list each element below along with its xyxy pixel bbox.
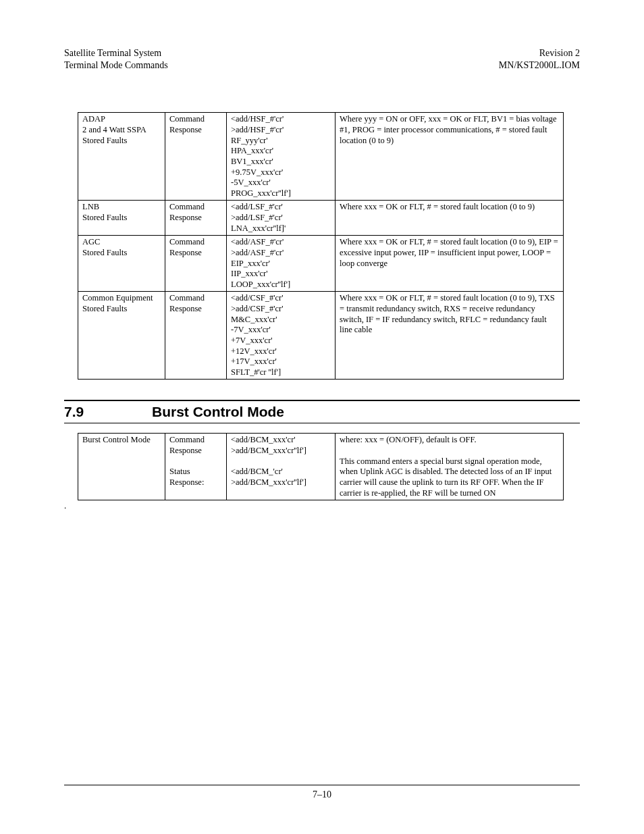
cell-syntax: <add/LSF_#'cr'>add/LSF_#'cr'LNA_xxx'cr''… xyxy=(227,201,336,236)
cell-desc: Where xxx = OK or FLT, # = stored fault … xyxy=(336,236,564,292)
page-header: Satellite Terminal System Revision 2 Ter… xyxy=(64,47,580,72)
table-row: Burst Control Mode CommandResponseStatus… xyxy=(78,434,564,500)
commands-table-1: ADAP2 and 4 Watt SSPAStored Faults Comma… xyxy=(78,112,564,380)
table-row: ADAP2 and 4 Watt SSPAStored Faults Comma… xyxy=(78,113,564,201)
cell-name: AGCStored Faults xyxy=(78,236,165,292)
header-right-2: MN/KST2000L.IOM xyxy=(499,59,580,72)
section-heading: 7.9Burst Control Mode xyxy=(64,400,580,423)
cell-syntax: <add/HSF_#'cr'>add/HSF_#'cr'RF_yyy'cr'HP… xyxy=(227,113,336,201)
section-number: 7.9 xyxy=(64,404,152,420)
cell-name: ADAP2 and 4 Watt SSPAStored Faults xyxy=(78,113,165,201)
cell-syntax: <add/ASF_#'cr'>add/ASF_#'cr'EIP_xxx'cr'I… xyxy=(227,236,336,292)
cell-type: CommandResponseStatusResponse: xyxy=(165,434,227,500)
page-number: 7–10 xyxy=(313,789,331,800)
cell-type: CommandResponse xyxy=(165,292,227,380)
cell-type: CommandResponse xyxy=(165,236,227,292)
cell-desc: Where xxx = OK or FLT, # = stored fault … xyxy=(336,292,564,380)
cell-syntax: <add/CSF_#'cr'>add/CSF_#'cr'M&C_xxx'cr'-… xyxy=(227,292,336,380)
header-left-1: Satellite Terminal System xyxy=(64,47,161,59)
cell-syntax: <add/BCM_xxx'cr'>add/BCM_xxx'cr''lf']<ad… xyxy=(227,434,336,500)
cell-name: Burst Control Mode xyxy=(78,434,165,500)
cell-type: CommandResponse xyxy=(165,113,227,201)
trailing-dot: . xyxy=(64,500,580,511)
cell-type: CommandResponse xyxy=(165,201,227,236)
section-title: Burst Control Mode xyxy=(152,404,284,419)
page-footer: 7–10 xyxy=(0,785,644,800)
cell-name: Common EquipmentStored Faults xyxy=(78,292,165,380)
table-row: AGCStored Faults CommandResponse <add/AS… xyxy=(78,236,564,292)
cell-desc: where: xxx = (ON/OFF), default is OFF.Th… xyxy=(336,434,564,500)
cell-desc: Where xxx = OK or FLT, # = stored fault … xyxy=(336,201,564,236)
header-right-1: Revision 2 xyxy=(539,47,580,59)
commands-table-2: Burst Control Mode CommandResponseStatus… xyxy=(78,433,564,500)
table-row: LNBStored Faults CommandResponse <add/LS… xyxy=(78,201,564,236)
cell-name: LNBStored Faults xyxy=(78,201,165,236)
table-row: Common EquipmentStored Faults CommandRes… xyxy=(78,292,564,380)
cell-desc: Where yyy = ON or OFF, xxx = OK or FLT, … xyxy=(336,113,564,201)
header-left-2: Terminal Mode Commands xyxy=(64,59,168,72)
